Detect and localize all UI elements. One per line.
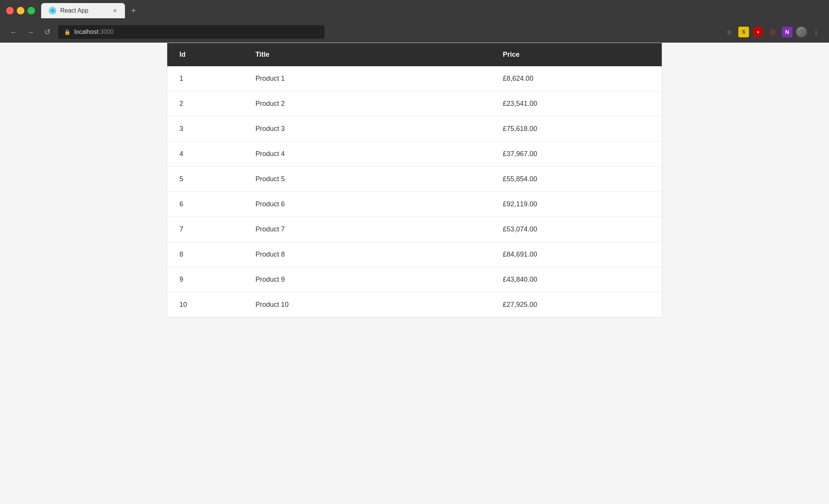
column-header-title: Title bbox=[243, 43, 490, 67]
title-bar: ⚛ React App ✕ + bbox=[0, 0, 829, 21]
reload-button[interactable]: ↺ bbox=[41, 26, 53, 38]
table-header: Id Title Price bbox=[167, 43, 662, 67]
cell-price: £27,925.00 bbox=[491, 292, 662, 317]
table-row: 6Product 6£92,119.00 bbox=[167, 192, 662, 217]
extension-icon-3[interactable]: ⊙ bbox=[767, 27, 778, 37]
cell-id: 6 bbox=[167, 192, 243, 217]
back-button[interactable]: ← bbox=[8, 26, 20, 38]
cell-id: 5 bbox=[167, 167, 243, 192]
bookmark-icon[interactable]: ☆ bbox=[724, 27, 735, 37]
cell-id: 3 bbox=[167, 116, 243, 142]
extension-icon-1[interactable]: S bbox=[738, 27, 749, 37]
cell-price: £53,074.00 bbox=[491, 217, 662, 242]
cell-price: £43,840.00 bbox=[491, 267, 662, 292]
cell-id: 9 bbox=[167, 267, 243, 292]
cell-price: £55,854.00 bbox=[491, 167, 662, 192]
table-row: 4Product 4£37,967.00 bbox=[167, 142, 662, 167]
tab-title: React App bbox=[60, 7, 88, 14]
tab-bar: ⚛ React App ✕ + bbox=[41, 3, 823, 18]
table-row: 8Product 8£84,691.00 bbox=[167, 242, 662, 267]
browser-tab-active[interactable]: ⚛ React App ✕ bbox=[41, 3, 125, 18]
maximize-window-button[interactable] bbox=[27, 7, 35, 14]
cell-title: Product 1 bbox=[243, 66, 490, 91]
cell-price: £37,967.00 bbox=[491, 142, 662, 167]
product-table: Id Title Price 1Product 1£8,624.002Produ… bbox=[167, 43, 662, 317]
cell-title: Product 10 bbox=[243, 292, 490, 317]
address-text: localhost:3000 bbox=[74, 29, 114, 35]
cell-title: Product 5 bbox=[243, 167, 490, 192]
minimize-window-button[interactable] bbox=[17, 7, 24, 14]
browser-toolbar-right: ☆ S ● ⊙ N ⋮ bbox=[724, 27, 821, 37]
table-row: 3Product 3£75,618.00 bbox=[167, 116, 662, 142]
cell-id: 8 bbox=[167, 242, 243, 267]
close-window-button[interactable] bbox=[6, 7, 14, 14]
cell-title: Product 2 bbox=[243, 91, 490, 116]
extension-icon-2[interactable]: ● bbox=[753, 27, 763, 37]
column-header-price: Price bbox=[491, 43, 662, 67]
cell-title: Product 9 bbox=[243, 267, 490, 292]
cell-title: Product 8 bbox=[243, 242, 490, 267]
table-row: 2Product 2£23,541.00 bbox=[167, 91, 662, 116]
lock-icon: 🔒 bbox=[64, 29, 70, 35]
tab-close-button[interactable]: ✕ bbox=[113, 8, 117, 14]
cell-title: Product 7 bbox=[243, 217, 490, 242]
cell-title: Product 4 bbox=[243, 142, 490, 167]
menu-icon[interactable]: ⋮ bbox=[811, 27, 821, 37]
address-bar[interactable]: 🔒 localhost:3000 bbox=[58, 25, 325, 39]
cell-price: £8,624.00 bbox=[491, 66, 662, 91]
cell-id: 10 bbox=[167, 292, 243, 317]
nav-bar: ← → ↺ 🔒 localhost:3000 ☆ S ● ⊙ N ⋮ bbox=[0, 21, 829, 43]
new-tab-button[interactable]: + bbox=[128, 4, 139, 17]
cell-id: 1 bbox=[167, 66, 243, 91]
table-row: 7Product 7£53,074.00 bbox=[167, 217, 662, 242]
table-row: 9Product 9£43,840.00 bbox=[167, 267, 662, 292]
column-header-id: Id bbox=[167, 43, 243, 67]
cell-price: £23,541.00 bbox=[491, 91, 662, 116]
content-area: Id Title Price 1Product 1£8,624.002Produ… bbox=[0, 43, 829, 504]
table-row: 10Product 10£27,925.00 bbox=[167, 292, 662, 317]
cell-id: 7 bbox=[167, 217, 243, 242]
table-row: 1Product 1£8,624.00 bbox=[167, 66, 662, 91]
cell-id: 4 bbox=[167, 142, 243, 167]
forward-button[interactable]: → bbox=[24, 26, 37, 38]
cell-price: £75,618.00 bbox=[491, 116, 662, 142]
browser-window: ⚛ React App ✕ + ← → ↺ 🔒 localhost:3000 ☆… bbox=[0, 0, 829, 504]
cell-price: £84,691.00 bbox=[491, 242, 662, 267]
react-icon: ⚛ bbox=[49, 7, 56, 14]
cell-title: Product 3 bbox=[243, 116, 490, 142]
user-avatar[interactable] bbox=[796, 27, 807, 37]
table-row: 5Product 5£55,854.00 bbox=[167, 167, 662, 192]
table-body: 1Product 1£8,624.002Product 2£23,541.003… bbox=[167, 66, 662, 317]
extension-icon-4[interactable]: N bbox=[782, 27, 792, 37]
cell-id: 2 bbox=[167, 91, 243, 116]
traffic-lights bbox=[6, 7, 35, 14]
cell-title: Product 6 bbox=[243, 192, 490, 217]
cell-price: £92,119.00 bbox=[491, 192, 662, 217]
